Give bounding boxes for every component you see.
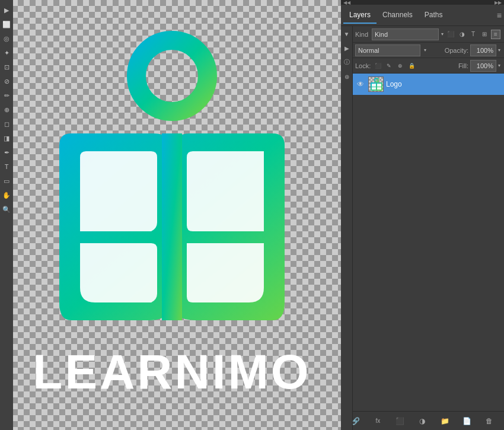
canvas-toolbar: ▶ ⬜ ◎ ✦ ⊡ ⊘ ✏ ⊕ ◻ ◨ ✒ T ▭ ✋ 🔍 (0, 0, 13, 430)
canvas-area: LEARNIMO ▶ ⬜ ◎ ✦ ⊡ ⊘ ✏ ⊕ ◻ ◨ ✒ T ▭ ✋ 🔍 (0, 0, 341, 430)
marquee-tool[interactable]: ⬜ (1, 19, 12, 30)
hand-tool[interactable]: ✋ (1, 190, 12, 200)
filter-icons: ⬛ ◑ T ⊞ ≡ (446, 30, 500, 39)
kind-dropdown-arrow: ▾ (441, 31, 444, 37)
filter-kind-icon[interactable]: ▼ (342, 28, 352, 39)
panel-menu-button[interactable]: ≡ (497, 11, 502, 20)
svg-rect-7 (377, 87, 381, 90)
lock-transparent-icon[interactable]: ⬛ (373, 61, 382, 71)
eyedropper-tool[interactable]: ⊘ (1, 76, 12, 87)
panel-icon-2[interactable]: ▶ (342, 43, 352, 53)
new-layer-icon[interactable]: 📄 (461, 415, 473, 427)
lock-row: Lock: ⬛ ✎ ⊕ 🔒 Fill: ▾ (341, 58, 504, 74)
panel-icon-person[interactable]: ⊛ (342, 71, 352, 82)
tabs-bar: Layers Channels Paths ≡ (341, 5, 504, 26)
tab-layers[interactable]: Layers (343, 7, 377, 24)
eraser-tool[interactable]: ◻ (1, 119, 12, 129)
tab-channels[interactable]: Channels (377, 7, 419, 24)
filter-label: Kind (355, 31, 368, 38)
layer-item-logo[interactable]: 👁 (341, 74, 504, 95)
filter-icon-adjust[interactable]: ◑ (457, 30, 467, 39)
lock-all-icon[interactable]: 🔒 (407, 61, 416, 71)
opacity-label: Opacity: (445, 47, 468, 54)
blend-dropdown-arrow: ▾ (424, 47, 426, 53)
lock-label: Lock: (355, 62, 371, 69)
svg-point-3 (375, 78, 378, 82)
panel-icon-info[interactable]: ⓘ (342, 57, 352, 68)
filter-row: Kind Kind Name Effect Mode Attribute Col… (341, 26, 504, 43)
svg-rect-5 (372, 87, 376, 90)
type-tool[interactable]: T (1, 161, 12, 172)
layers-panel: ◀◀ ▶▶ Layers Channels Paths ≡ ▼ ▶ ⓘ ⊛ Ki… (341, 0, 504, 430)
magic-wand-tool[interactable]: ✦ (1, 47, 12, 58)
opacity-section: Opacity: ▾ (445, 44, 500, 56)
kind-dropdown[interactable]: Kind Name Effect Mode Attribute Color Sm… (372, 28, 439, 40)
opacity-arrow: ▾ (498, 47, 500, 53)
clone-tool[interactable]: ⊕ (1, 104, 12, 115)
logo-container: LEARNIMO (18, 12, 326, 421)
tab-paths[interactable]: Paths (419, 7, 449, 24)
new-fill-icon[interactable]: ◑ (416, 415, 428, 427)
logo-svg (27, 18, 317, 350)
svg-rect-4 (372, 84, 376, 87)
blend-mode-dropdown[interactable]: Normal Dissolve Multiply Screen Overlay (355, 44, 420, 56)
gradient-tool[interactable]: ◨ (1, 133, 12, 144)
crop-tool[interactable]: ⊡ (1, 62, 12, 72)
add-style-icon[interactable]: fx (372, 415, 384, 427)
blend-mode-row: Normal Dissolve Multiply Screen Overlay … (341, 43, 504, 58)
fill-input[interactable] (470, 60, 496, 72)
lock-position-icon[interactable]: ⊕ (395, 61, 405, 71)
layer-list: 👁 (341, 74, 504, 411)
thumb-logo-svg (369, 78, 384, 92)
shape-tool[interactable]: ▭ (1, 176, 12, 186)
brush-tool[interactable]: ✏ (1, 90, 12, 101)
svg-rect-2 (162, 133, 182, 320)
opacity-input[interactable] (470, 44, 496, 56)
lock-icons: ⬛ ✎ ⊕ 🔒 (373, 61, 416, 71)
lasso-tool[interactable]: ◎ (1, 33, 12, 44)
move-tool[interactable]: ▶ (1, 5, 12, 15)
lock-image-icon[interactable]: ✎ (384, 61, 394, 71)
filter-icon-shape[interactable]: ⊞ (480, 30, 489, 39)
add-mask-icon[interactable]: ⬛ (394, 415, 406, 427)
delete-layer-icon[interactable]: 🗑 (483, 415, 495, 427)
filter-icon-type[interactable]: T (468, 30, 478, 39)
fill-arrow: ▾ (498, 63, 500, 68)
svg-rect-8 (376, 82, 377, 91)
pen-tool[interactable]: ✒ (1, 147, 12, 158)
panel-top-strip: ◀◀ ▶▶ (341, 0, 504, 5)
fill-label: Fill: (458, 62, 468, 69)
logo-text: LEARNIMO (33, 344, 311, 400)
layer-name: Logo (386, 80, 500, 88)
layer-thumbnail (368, 77, 384, 92)
svg-rect-6 (377, 84, 381, 87)
zoom-tool[interactable]: 🔍 (1, 204, 12, 215)
filter-icon-pixel[interactable]: ⬛ (446, 30, 455, 39)
bottom-toolbar: 🔗 fx ⬛ ◑ 📁 📄 🗑 (341, 411, 504, 430)
panel-left-strip: ▼ ▶ ⓘ ⊛ (341, 26, 353, 430)
fill-section: Fill: ▾ (458, 60, 500, 72)
new-group-icon[interactable]: 📁 (439, 415, 451, 427)
svg-point-0 (136, 40, 208, 112)
filter-icon-smart[interactable]: ≡ (491, 30, 500, 39)
layer-visibility-toggle[interactable]: 👁 (355, 79, 366, 90)
